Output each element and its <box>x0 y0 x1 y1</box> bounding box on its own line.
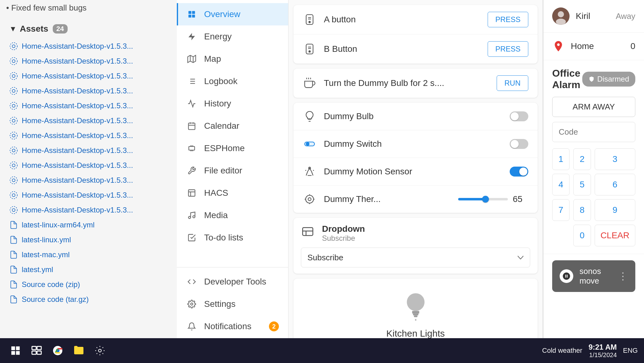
svg-point-10 <box>12 119 15 122</box>
asset-item-9[interactable]: Home-Assistant-Desktop-v1.5.3... <box>0 173 192 188</box>
automation-run-button[interactable]: RUN <box>497 75 528 91</box>
keypad: 1 2 3 4 5 6 7 8 9 0 CLEAR <box>552 148 635 246</box>
sidebar-item-hacs[interactable]: HACS <box>177 182 288 204</box>
kitchen-lights-label: Kitchen Lights <box>386 328 445 338</box>
arm-away-button[interactable]: ARM AWAY <box>552 97 635 117</box>
sidebar-item-notifications[interactable]: Notifications 2 <box>177 315 288 338</box>
svg-point-12 <box>12 134 15 137</box>
asset-item-6[interactable]: Home-Assistant-Desktop-v1.5.3... <box>0 128 192 143</box>
sidebar-item-calendar[interactable]: Calendar <box>177 115 288 137</box>
asset-item-11[interactable]: Home-Assistant-Desktop-v1.5.3... <box>0 203 192 217</box>
svg-point-89 <box>99 349 101 352</box>
automation-row: Turn the Dummy Bulb for 2 s.... RUN <box>293 69 538 98</box>
taskbar-start[interactable] <box>6 341 25 360</box>
sidebar-item-media[interactable]: Media <box>177 204 288 226</box>
asset-item-5[interactable]: Home-Assistant-Desktop-v1.5.3... <box>0 113 192 128</box>
sidebar-label-notifications: Notifications <box>204 321 269 331</box>
taskbar-chrome[interactable] <box>48 341 67 360</box>
thermostat-value: 65 <box>513 194 528 204</box>
svg-rect-86 <box>37 351 42 355</box>
svg-point-53 <box>309 21 311 23</box>
taskbar-explorer[interactable] <box>69 341 88 360</box>
sidebar-item-esphome[interactable]: ESPHome <box>177 137 288 159</box>
key-2[interactable]: 2 <box>573 148 591 170</box>
asset-item-0[interactable]: Home-Assistant-Desktop-v1.5.3... <box>0 39 192 54</box>
asset-item-7[interactable]: Home-Assistant-Desktop-v1.5.3... <box>0 143 192 158</box>
taskbar-settings[interactable] <box>91 341 109 360</box>
calendar-icon <box>186 120 197 132</box>
sidebar-item-file-editor[interactable]: File editor <box>177 159 288 182</box>
b-button-press[interactable]: PRESS <box>488 41 528 57</box>
asset-item-12[interactable]: latest-linux-arm64.yml <box>0 217 192 232</box>
location-row: Home 0 <box>543 33 644 60</box>
kitchen-lights-icon <box>400 291 431 322</box>
asset-item-17[interactable]: Source code (tar.gz) <box>0 292 192 307</box>
svg-point-21 <box>10 191 17 199</box>
sidebar-label-todo: To-do lists <box>204 233 279 243</box>
asset-item-1[interactable]: Home-Assistant-Desktop-v1.5.3... <box>0 54 192 69</box>
key-0[interactable]: 0 <box>573 225 591 246</box>
thermostat-slider-fill <box>458 198 485 200</box>
date: 1/15/2024 <box>588 352 617 359</box>
todo-icon <box>186 232 197 243</box>
sidebar-item-developer-tools[interactable]: Developer Tools <box>177 271 288 293</box>
sidebar-item-overview[interactable]: Overview <box>177 3 288 25</box>
svg-rect-26 <box>189 15 191 17</box>
svg-rect-85 <box>32 351 36 355</box>
taskbar-taskview[interactable] <box>27 341 46 360</box>
key-5[interactable]: 5 <box>573 174 591 195</box>
svg-point-18 <box>12 179 15 182</box>
sidebar-item-map[interactable]: Map <box>177 48 288 70</box>
dropdown-select[interactable]: Subscribe Option 1 Option 2 <box>301 248 530 267</box>
svg-point-6 <box>12 89 15 92</box>
svg-point-16 <box>12 164 15 167</box>
svg-rect-40 <box>189 146 195 150</box>
svg-point-14 <box>12 149 15 152</box>
svg-rect-78 <box>414 316 417 317</box>
asset-item-13[interactable]: latest-linux.yml <box>0 232 192 247</box>
key-4[interactable]: 4 <box>552 174 570 195</box>
dropdown-info: Dropdown Subscribe <box>322 224 365 243</box>
sidebar-item-energy[interactable]: Energy <box>177 25 288 48</box>
sonos-more-icon[interactable]: ⋮ <box>618 270 628 282</box>
dummy-motion-toggle[interactable] <box>510 167 528 177</box>
sidebar-item-history[interactable]: History <box>177 92 288 115</box>
sidebar-label-developer-tools: Developer Tools <box>204 277 279 287</box>
key-6[interactable]: 6 <box>595 174 635 195</box>
kitchen-lights-card[interactable]: Kitchen Lights <box>293 279 538 338</box>
disarmed-badge: Disarmed <box>582 72 635 87</box>
thermostat-slider-track[interactable] <box>458 198 508 200</box>
dropdown-subtitle: Subscribe <box>322 234 365 243</box>
asset-item-14[interactable]: latest-mac.yml <box>0 247 192 262</box>
dummy-bulb-row: Dummy Bulb <box>293 103 538 130</box>
key-7[interactable]: 7 <box>552 199 570 221</box>
sidebar-item-logbook[interactable]: Logbook <box>177 70 288 92</box>
main-content: A button PRESS B Button PRESS <box>288 0 543 338</box>
dummy-switch-toggle[interactable] <box>510 139 528 149</box>
dummy-switch-label: Dummy Switch <box>324 139 510 149</box>
sidebar-item-settings[interactable]: Settings <box>177 293 288 315</box>
key-9[interactable]: 9 <box>595 199 635 221</box>
key-8[interactable]: 8 <box>573 199 591 221</box>
bell-icon <box>186 321 197 332</box>
svg-point-66 <box>306 195 313 203</box>
asset-item-8[interactable]: Home-Assistant-Desktop-v1.5.3... <box>0 158 192 173</box>
hacs-icon <box>186 187 197 199</box>
sidebar-item-todo[interactable]: To-do lists <box>177 226 288 249</box>
asset-item-4[interactable]: Home-Assistant-Desktop-v1.5.3... <box>0 98 192 113</box>
key-1[interactable]: 1 <box>552 148 570 170</box>
sidebar-label-settings: Settings <box>204 299 279 309</box>
svg-point-64 <box>306 142 309 146</box>
key-3[interactable]: 3 <box>595 148 635 170</box>
a-button-press[interactable]: PRESS <box>488 12 528 27</box>
dummy-bulb-toggle[interactable] <box>510 111 528 121</box>
key-clear[interactable]: CLEAR <box>595 225 635 246</box>
asset-item-15[interactable]: latest.yml <box>0 262 192 277</box>
asset-item-16[interactable]: Source code (zip) <box>0 277 192 292</box>
asset-item-2[interactable]: Home-Assistant-Desktop-v1.5.3... <box>0 69 192 83</box>
asset-item-3[interactable]: Home-Assistant-Desktop-v1.5.3... <box>0 83 192 98</box>
code-input[interactable] <box>552 122 635 142</box>
lightning-icon <box>186 31 197 42</box>
svg-point-22 <box>12 208 15 211</box>
asset-item-10[interactable]: Home-Assistant-Desktop-v1.5.3... <box>0 188 192 203</box>
